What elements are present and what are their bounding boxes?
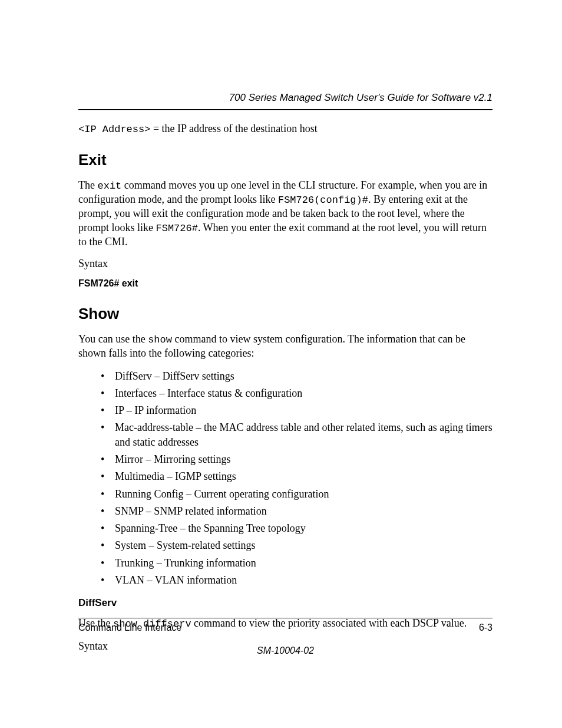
footer-doc-id: SM-10004-02: [78, 645, 492, 657]
doc-header-title: 700 Series Managed Switch User's Guide f…: [78, 91, 492, 104]
list-item: Interfaces – Interface status & configur…: [78, 386, 492, 400]
list-item: Spanning-Tree – the Spanning Tree topolo…: [78, 521, 492, 535]
list-item: Multimedia – IGMP settings: [78, 469, 492, 483]
list-item: Mirror – Mirroring settings: [78, 452, 492, 466]
ip-address-desc: = the IP address of the destination host: [150, 123, 317, 134]
exit-syntax-command: FSM726# exit: [78, 278, 492, 290]
list-item: IP – IP information: [78, 403, 492, 417]
show-heading: Show: [78, 304, 492, 324]
ip-address-line: <IP Address> = the IP address of the des…: [78, 122, 492, 136]
exit-syntax-label: Syntax: [78, 257, 492, 271]
list-item: Mac-address-table – the MAC address tabl…: [78, 420, 492, 449]
header-rule: [78, 109, 492, 110]
footer-page-number: 6-3: [479, 622, 492, 634]
show-category-list: DiffServ – DiffServ settings Interfaces …: [78, 369, 492, 588]
list-item: System – System-related settings: [78, 538, 492, 552]
page-footer: Command Line Interface 6-3 SM-10004-02: [78, 618, 492, 657]
exit-heading: Exit: [78, 150, 492, 170]
list-item: SNMP – SNMP related information: [78, 504, 492, 518]
list-item: VLAN – VLAN information: [78, 573, 492, 587]
exit-paragraph: The exit command moves you up one level …: [78, 179, 492, 249]
footer-left: Command Line Interface: [78, 622, 181, 634]
diffserv-subheading: DiffServ: [78, 597, 492, 610]
show-paragraph: You can use the show command to view sys…: [78, 332, 492, 360]
list-item: DiffServ – DiffServ settings: [78, 369, 492, 383]
list-item: Running Config – Current operating confi…: [78, 487, 492, 501]
ip-address-code: <IP Address>: [78, 124, 150, 135]
list-item: Trunking – Trunking information: [78, 556, 492, 570]
footer-rule: [78, 618, 492, 618]
